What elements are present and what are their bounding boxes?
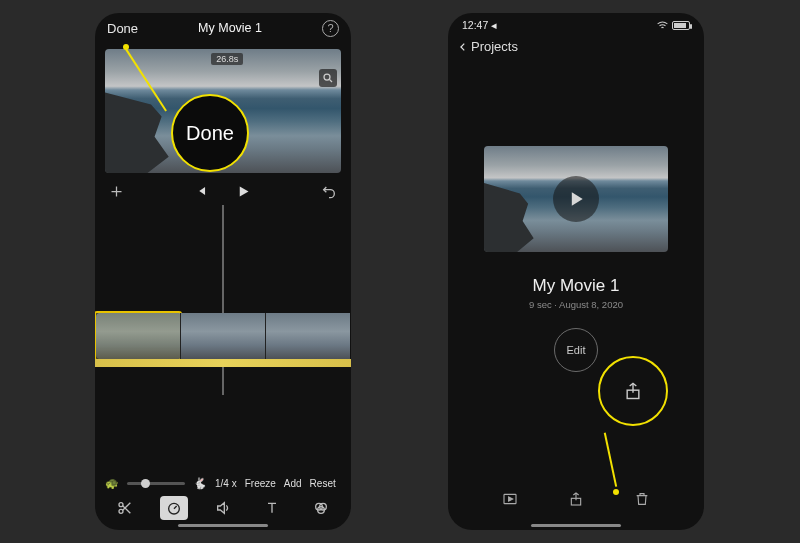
bottom-action-bar bbox=[448, 488, 704, 510]
freeze-button[interactable]: Freeze bbox=[245, 478, 276, 489]
status-time: 12:47 ◂ bbox=[462, 19, 497, 31]
done-button[interactable]: Done bbox=[107, 21, 138, 36]
reset-button[interactable]: Reset bbox=[310, 478, 336, 489]
svg-line-1 bbox=[330, 80, 333, 83]
filters-icon[interactable] bbox=[307, 496, 335, 520]
add-button[interactable]: Add bbox=[284, 478, 302, 489]
projects-screen: 12:47 ◂ Projects My Movie 1 9 sec · Augu… bbox=[448, 13, 704, 530]
wifi-icon bbox=[656, 19, 669, 32]
speed-slider-knob[interactable] bbox=[141, 479, 150, 488]
play-overlay-icon[interactable] bbox=[553, 176, 599, 222]
clip-duration-badge: 26.8s bbox=[211, 53, 243, 65]
zoom-icon[interactable] bbox=[319, 69, 337, 87]
skip-start-icon[interactable] bbox=[194, 184, 208, 198]
editor-screen: Done My Movie 1 ? 26.8s bbox=[95, 13, 351, 530]
video-track[interactable] bbox=[95, 313, 351, 359]
clip-1[interactable] bbox=[95, 313, 180, 359]
tortoise-icon: 🐢 bbox=[105, 477, 119, 490]
status-bar: 12:47 ◂ bbox=[448, 13, 704, 37]
timeline[interactable] bbox=[95, 205, 351, 395]
clip-2[interactable] bbox=[180, 313, 265, 359]
speed-ratio-label: 1/4 x bbox=[215, 478, 237, 489]
share-icon[interactable] bbox=[565, 488, 587, 510]
undo-icon[interactable] bbox=[321, 183, 337, 199]
project-card: My Movie 1 9 sec · August 8, 2020 Edit bbox=[482, 146, 670, 372]
speed-controls: 🐢 🐇 1/4 x Freeze Add Reset bbox=[95, 477, 351, 490]
preview-image bbox=[105, 49, 341, 173]
transport-bar bbox=[95, 173, 351, 205]
home-indicator[interactable] bbox=[178, 524, 268, 527]
project-title-header: My Movie 1 bbox=[198, 21, 262, 35]
play-rect-icon[interactable] bbox=[499, 488, 521, 510]
editor-header: Done My Movie 1 ? bbox=[95, 13, 351, 43]
volume-icon[interactable] bbox=[209, 496, 237, 520]
hare-icon: 🐇 bbox=[193, 477, 207, 490]
project-title: My Movie 1 bbox=[533, 276, 620, 296]
trash-icon[interactable] bbox=[631, 488, 653, 510]
video-preview[interactable]: 26.8s bbox=[105, 49, 341, 173]
svg-point-0 bbox=[324, 74, 330, 80]
speedometer-icon[interactable] bbox=[160, 496, 188, 520]
project-thumbnail[interactable] bbox=[484, 146, 668, 252]
back-button[interactable]: Projects bbox=[448, 37, 704, 56]
svg-point-8 bbox=[169, 503, 180, 514]
project-meta: 9 sec · August 8, 2020 bbox=[529, 299, 623, 310]
speed-slider[interactable] bbox=[127, 482, 185, 485]
home-indicator[interactable] bbox=[531, 524, 621, 527]
add-media-icon[interactable] bbox=[109, 184, 124, 199]
help-icon[interactable]: ? bbox=[322, 20, 339, 37]
edit-toolbar bbox=[95, 496, 351, 520]
play-icon[interactable] bbox=[236, 184, 251, 199]
scissors-icon[interactable] bbox=[111, 496, 139, 520]
audio-track[interactable] bbox=[95, 359, 351, 367]
svg-line-9 bbox=[174, 506, 177, 509]
battery-icon bbox=[672, 21, 690, 30]
project-actions: Edit bbox=[554, 328, 598, 372]
back-label: Projects bbox=[471, 39, 518, 54]
clip-3[interactable] bbox=[265, 313, 350, 359]
edit-button[interactable]: Edit bbox=[554, 328, 598, 372]
titles-icon[interactable] bbox=[258, 496, 286, 520]
